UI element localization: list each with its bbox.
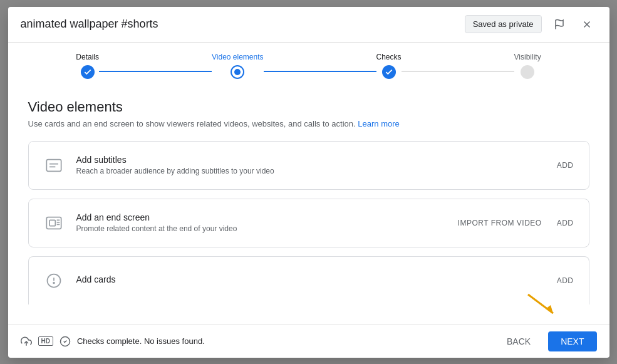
footer-left: HD Checks complete. No issues found.: [21, 336, 205, 347]
close-button[interactable]: [577, 14, 597, 34]
svg-rect-6: [46, 217, 61, 229]
subtitles-card-title: Add subtitles: [76, 155, 544, 165]
flag-button[interactable]: [549, 14, 569, 34]
step-visibility-label: Visibility: [514, 53, 541, 61]
subtitles-card-subtitle: Reach a broader audience by adding subti…: [76, 167, 544, 175]
modal-footer: HD Checks complete. No issues found. BAC…: [8, 325, 609, 358]
footer-status: Checks complete. No issues found.: [77, 336, 205, 346]
subtitles-card-text: Add subtitles Reach a broader audience b…: [76, 155, 544, 175]
end-screen-card-title: Add an end screen: [76, 212, 445, 222]
add-cards-card: Add cards ADD: [28, 256, 589, 304]
cards-icon: [41, 268, 66, 293]
end-screen-card-actions: IMPORT FROM VIDEO ADD: [455, 216, 576, 230]
add-cards-card-actions: ADD: [554, 274, 576, 288]
subtitles-icon: [41, 153, 66, 178]
stepper: Details Video elements Checks: [8, 43, 609, 84]
section-title: Video elements: [28, 99, 589, 115]
end-screen-add-button[interactable]: ADD: [554, 216, 576, 230]
end-screen-card-text: Add an end screen Promote related conten…: [76, 212, 445, 233]
saved-as-private-button[interactable]: Saved as private: [465, 15, 542, 33]
step-visibility: Visibility: [514, 53, 541, 79]
modal-title: animated wallpaper #shorts: [21, 18, 158, 31]
modal-header: animated wallpaper #shorts Saved as priv…: [8, 7, 609, 43]
check-circle-icon: [60, 336, 71, 347]
add-cards-card-title: Add cards: [76, 274, 544, 284]
svg-rect-3: [46, 159, 61, 171]
flag-icon: [554, 19, 565, 30]
modal-overlay: animated wallpaper #shorts Saved as priv…: [0, 0, 617, 364]
step-visibility-circle: [521, 65, 534, 79]
subtitles-add-button[interactable]: ADD: [554, 159, 576, 172]
section-desc: Use cards and an end screen to show view…: [28, 119, 589, 128]
learn-more-link[interactable]: Learn more: [358, 119, 399, 128]
end-screen-card-subtitle: Promote related content at the end of yo…: [76, 224, 445, 233]
connector-2: [264, 71, 376, 72]
close-icon: [581, 19, 593, 30]
hd-badge: HD: [38, 336, 53, 346]
step-video-elements: Video elements: [212, 53, 264, 79]
add-subtitles-card: Add subtitles Reach a broader audience b…: [28, 141, 589, 190]
back-button[interactable]: BACK: [497, 331, 541, 351]
end-screen-card: Add an end screen Promote related conten…: [28, 199, 589, 247]
section-desc-text: Use cards and an end screen to show view…: [28, 119, 356, 128]
end-screen-import-button[interactable]: IMPORT FROM VIDEO: [455, 216, 544, 230]
subtitles-card-actions: ADD: [554, 159, 576, 172]
end-screen-icon: [41, 211, 66, 236]
step-video-elements-circle: [231, 65, 244, 79]
upload-icon: [21, 336, 32, 347]
connector-1: [99, 71, 212, 72]
connector-3: [402, 71, 514, 72]
next-button[interactable]: NEXT: [548, 331, 596, 351]
add-cards-card-text: Add cards: [76, 274, 544, 286]
step-video-elements-label: Video elements: [212, 53, 264, 61]
check-icon-2: [385, 68, 393, 76]
step-checks-label: Checks: [376, 53, 402, 61]
modal: animated wallpaper #shorts Saved as priv…: [8, 7, 609, 358]
svg-rect-7: [49, 220, 55, 226]
step-details-circle: [81, 65, 95, 79]
svg-point-13: [53, 282, 54, 283]
step-details-label: Details: [76, 53, 99, 61]
footer-right: BACK NEXT: [497, 331, 596, 351]
modal-content: Video elements Use cards and an end scre…: [8, 84, 609, 325]
cards-add-button[interactable]: ADD: [554, 274, 576, 288]
header-right: Saved as private: [465, 14, 597, 34]
step-checks-circle: [382, 65, 396, 79]
step-checks: Checks: [376, 53, 402, 79]
step-details: Details: [76, 53, 99, 79]
check-icon: [83, 68, 92, 76]
